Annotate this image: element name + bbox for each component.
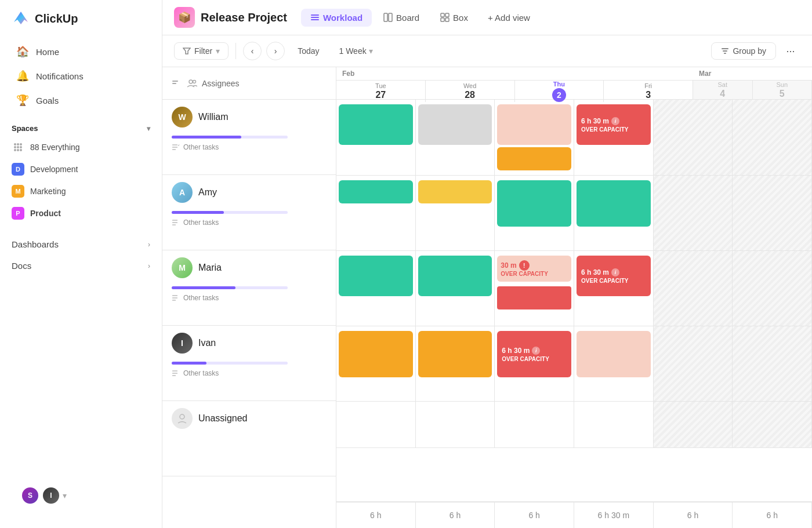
- ivan-progress-bar: [172, 362, 206, 365]
- task-ivan-thu[interactable]: 6 h 30 m i OVER CAPACITY: [497, 331, 571, 377]
- date-cell-fri3: Fri 3: [604, 81, 693, 102]
- group-by-button[interactable]: Group by: [711, 42, 776, 60]
- svg-rect-24: [172, 83, 176, 84]
- svg-point-7: [20, 143, 22, 145]
- task-william-thu[interactable]: [497, 104, 571, 145]
- grid-cell-unassigned-tue: [336, 402, 416, 447]
- sidebar-item-home[interactable]: 🏠 Home: [5, 39, 157, 64]
- footer-cell-thu: 6 h: [495, 502, 574, 528]
- william-progress-container: [172, 136, 288, 139]
- grid-cell-unassigned-thu: [495, 402, 574, 447]
- task-ivan-tue[interactable]: [339, 331, 413, 377]
- maria-over-capacity: OVER CAPACITY: [581, 278, 629, 284]
- box-tab-label: Box: [453, 13, 468, 23]
- sidebar-item-everything[interactable]: 88 Everything: [5, 136, 157, 158]
- mar-month-label: Mar: [693, 67, 812, 81]
- task-william-tue[interactable]: [339, 104, 413, 145]
- svg-point-4: [17, 146, 19, 148]
- sidebar-item-development[interactable]: D Development: [5, 158, 157, 180]
- task-ivan-wed[interactable]: [418, 331, 492, 377]
- prev-btn[interactable]: ‹: [243, 42, 262, 60]
- sidebar-item-product[interactable]: P Product: [5, 202, 157, 224]
- grid-cell-maria-fri: 6 h 30 m i OVER CAPACITY: [574, 251, 654, 326]
- grid-cell-unassigned-fri: [574, 402, 654, 447]
- maria-over-capacity-thu: OVER CAPACITY: [501, 271, 548, 277]
- assignee-row-unassigned: Unassigned: [162, 401, 336, 476]
- footer-row: 6 h 6 h 6 h 6 h 30 m 6 h 6 h: [336, 501, 812, 528]
- grid-cell-william-sun: [733, 100, 812, 175]
- footer-wed-hours: 6 h: [449, 511, 461, 520]
- feb-group: Feb Tue 27 Wed 28 Thu 2: [336, 67, 693, 99]
- grid-cell-amy-sun: [733, 176, 812, 250]
- svg-point-2: [17, 143, 19, 145]
- task-amy-thu[interactable]: [497, 180, 571, 227]
- assignees-icon: [187, 78, 197, 89]
- sort-icon: [172, 78, 182, 89]
- group-by-icon: [721, 47, 729, 55]
- grid-cell-amy-sat: [654, 176, 733, 250]
- svg-rect-29: [172, 149, 176, 150]
- svg-rect-23: [172, 81, 178, 82]
- project-title: Release Project: [201, 11, 287, 24]
- filter-icon: [183, 47, 191, 55]
- task-maria-fri[interactable]: 6 h 30 m i OVER CAPACITY: [577, 256, 651, 296]
- task-amy-fri[interactable]: [577, 180, 651, 227]
- board-tab-icon: [383, 13, 393, 22]
- task-maria-thu-red[interactable]: [497, 286, 571, 309]
- maria-progress-container: [172, 286, 288, 289]
- tab-workload[interactable]: Workload: [301, 9, 372, 27]
- task-william-wed[interactable]: [418, 104, 492, 145]
- week-selector[interactable]: 1 Week ▾: [332, 43, 379, 59]
- footer-cell-fri: 6 h 30 m: [574, 502, 654, 528]
- maria-warning-icon: !: [519, 260, 530, 271]
- spaces-chevron-icon[interactable]: ▾: [147, 125, 150, 133]
- sidebar-item-docs[interactable]: Docs ›: [5, 255, 157, 276]
- filter-button[interactable]: Filter ▾: [174, 42, 229, 60]
- ivan-other-tasks: Other tasks: [172, 369, 327, 377]
- svg-rect-37: [172, 373, 177, 374]
- task-maria-thu-peach[interactable]: 30 m ! OVER CAPACITY: [497, 256, 571, 282]
- grid-row-ivan: 6 h 30 m i OVER CAPACITY: [336, 326, 812, 402]
- ivan-progress-container: [172, 362, 288, 365]
- development-badge: D: [12, 163, 24, 176]
- user-expand-icon[interactable]: ▾: [63, 491, 67, 500]
- grid-cell-ivan-sun: [733, 326, 812, 401]
- assignees-list: W William Other tasks: [162, 100, 336, 528]
- svg-point-5: [14, 149, 16, 151]
- task-ivan-fri[interactable]: [577, 331, 651, 377]
- tab-box[interactable]: Box: [431, 9, 477, 27]
- grid-cell-ivan-wed: [416, 326, 495, 401]
- amy-progress-container: [172, 211, 288, 214]
- svg-rect-18: [445, 18, 449, 21]
- docs-chevron-icon: ›: [148, 262, 150, 270]
- task-maria-wed[interactable]: [418, 256, 492, 296]
- tab-board[interactable]: Board: [374, 9, 429, 27]
- more-options-button[interactable]: ···: [781, 41, 800, 61]
- add-view-btn[interactable]: + Add view: [480, 9, 538, 27]
- info-icon-maria: i: [611, 268, 619, 276]
- grid-cell-maria-tue: [336, 251, 416, 326]
- assignee-row-amy: A Amy Other tasks: [162, 175, 336, 250]
- svg-rect-35: [172, 300, 176, 301]
- main-content: 📦 Release Project Workload Board: [162, 0, 812, 528]
- mar-group: Mar Sat 4 Sun 5: [693, 67, 812, 99]
- svg-rect-27: [172, 144, 177, 145]
- task-maria-tue[interactable]: [339, 256, 413, 296]
- svg-point-39: [180, 414, 184, 419]
- today-btn[interactable]: Today: [289, 43, 327, 59]
- product-badge: P: [12, 207, 24, 220]
- sidebar-item-dashboards[interactable]: Dashboards ›: [5, 234, 157, 255]
- sidebar-item-goals[interactable]: 🏆 Goals: [5, 88, 157, 112]
- sidebar-item-notifications[interactable]: 🔔 Notifications: [5, 64, 157, 88]
- task-william-thu-orange[interactable]: [497, 147, 571, 170]
- next-btn[interactable]: ›: [266, 42, 285, 60]
- svg-rect-38: [172, 375, 176, 376]
- info-icon-ivan: i: [532, 347, 540, 355]
- svg-rect-36: [172, 370, 177, 372]
- sidebar-item-marketing[interactable]: M Marketing: [5, 180, 157, 202]
- task-william-fri[interactable]: 6 h 30 m i OVER CAPACITY: [577, 104, 651, 145]
- task-amy-wed[interactable]: [418, 180, 492, 203]
- topbar: 📦 Release Project Workload Board: [162, 0, 812, 35]
- development-label: Development: [30, 165, 78, 174]
- task-amy-tue[interactable]: [339, 180, 413, 203]
